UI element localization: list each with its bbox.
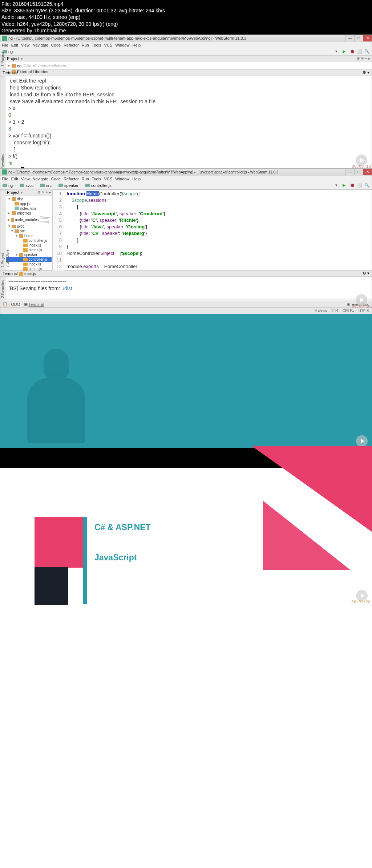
menu-refactor[interactable]: Refactor bbox=[64, 43, 79, 47]
project-panel: Project ▾ ⊕ ☀ ⌖ ▸ ▼distapp.jsindex.html▶… bbox=[5, 189, 53, 270]
menu-edit[interactable]: Edit bbox=[11, 43, 18, 47]
crumb[interactable]: svcc bbox=[25, 183, 33, 188]
tree-item[interactable]: ▼speaker bbox=[6, 252, 52, 257]
run-icon[interactable]: ▶ bbox=[343, 183, 348, 188]
close-button[interactable]: ✕ bbox=[363, 169, 372, 175]
status-crlf: CRLF‡ bbox=[343, 309, 354, 313]
structure-tab[interactable]: 7:Structure bbox=[5, 189, 10, 270]
stop-icon[interactable]: ⬜ bbox=[357, 49, 362, 54]
folder-icon bbox=[85, 184, 90, 187]
tree-item[interactable]: index.html bbox=[6, 206, 52, 211]
tree-item[interactable]: ▶node_modules (library home) bbox=[6, 216, 52, 224]
hide-icon[interactable]: ▸ bbox=[368, 56, 370, 61]
dropdown-icon[interactable]: ▾ bbox=[335, 183, 340, 188]
menu-file[interactable]: File bbox=[2, 43, 8, 47]
menu-refactor[interactable]: Refactor bbox=[64, 177, 79, 181]
folder-icon bbox=[40, 184, 45, 187]
debug-icon[interactable]: 🐞 bbox=[350, 49, 355, 54]
minimize-button[interactable]: — bbox=[345, 169, 354, 175]
editor-area: dist\index.html ×speaker\controller.js ×… bbox=[53, 189, 372, 270]
minimize-button[interactable]: — bbox=[345, 35, 354, 41]
titlebar: ng - [C:\temp\_c\demos-m6\demos-m7\demos… bbox=[0, 169, 372, 176]
tree-item[interactable]: ▼dist bbox=[6, 197, 52, 201]
crumb[interactable]: ng bbox=[8, 183, 13, 188]
crumb[interactable]: src bbox=[46, 183, 52, 188]
menu-file[interactable]: File bbox=[2, 177, 8, 181]
terminal-tab[interactable]: ▣ Terminal bbox=[24, 302, 44, 307]
tree-item[interactable]: states.js bbox=[6, 267, 52, 271]
menu-view[interactable]: View bbox=[21, 43, 30, 47]
tree-item[interactable]: ▼src bbox=[6, 229, 52, 233]
tree-item[interactable]: app.js bbox=[6, 201, 52, 206]
status-enc: UTF-8 bbox=[359, 309, 369, 313]
tree-item[interactable]: ▼home bbox=[6, 233, 52, 238]
tree-item[interactable]: ▶miscfiles bbox=[6, 211, 52, 216]
code-editor[interactable]: 123456789101112 function HomeController(… bbox=[53, 190, 372, 271]
search-icon[interactable]: 🔍 bbox=[364, 49, 369, 54]
menu-help[interactable]: Help bbox=[132, 177, 141, 181]
menu-tools[interactable]: Tools bbox=[92, 43, 101, 47]
dropdown-icon[interactable]: ▾ bbox=[335, 49, 340, 54]
gear-icon[interactable]: ⚙ bbox=[363, 271, 366, 275]
code-lines[interactable]: function HomeController($scope) { $scope… bbox=[64, 190, 372, 271]
block-pink bbox=[35, 517, 84, 568]
maximize-button[interactable]: □ bbox=[354, 35, 363, 41]
menu-window[interactable]: Window bbox=[115, 177, 129, 181]
breadcrumb: ng bbox=[8, 49, 13, 54]
menu-edit[interactable]: Edit bbox=[11, 177, 18, 181]
project-tab[interactable]: 1:Project bbox=[0, 56, 5, 69]
play-button-overlay[interactable] bbox=[356, 435, 368, 447]
menu-run[interactable]: Run bbox=[82, 177, 89, 181]
menu-vcs[interactable]: VCS bbox=[104, 177, 113, 181]
gear-icon[interactable]: ⚙ bbox=[363, 70, 366, 75]
tree-item[interactable]: ▶External Libraries bbox=[6, 69, 371, 75]
todo-tab[interactable]: 📋 TODO bbox=[3, 302, 20, 307]
close-button[interactable]: ✕ bbox=[363, 35, 372, 41]
stop-icon[interactable]: ⬜ bbox=[357, 183, 362, 188]
search-icon[interactable]: 🔍 bbox=[364, 183, 369, 188]
folder-icon bbox=[58, 184, 63, 187]
tree-item[interactable]: controller.js bbox=[6, 238, 52, 243]
debug-icon[interactable]: 🐞 bbox=[350, 183, 355, 188]
minimize-panel-icon[interactable]: ▾ bbox=[367, 70, 369, 75]
app-icon bbox=[2, 36, 7, 41]
collapse-icon[interactable]: ⊕ bbox=[357, 56, 360, 61]
menu-vcs[interactable]: VCS bbox=[104, 43, 113, 47]
tree-item[interactable]: ▼svcc bbox=[6, 224, 52, 229]
favorites-tab[interactable]: 2:Favorites bbox=[0, 76, 5, 175]
tree-item[interactable]: states.js bbox=[6, 248, 52, 252]
crumb[interactable]: controller.js bbox=[91, 183, 112, 188]
run-icon[interactable]: ▶ bbox=[343, 49, 348, 54]
project-tab[interactable]: 1:Project bbox=[0, 189, 5, 270]
tree-item[interactable]: controller.js bbox=[6, 257, 52, 262]
tree-item[interactable]: index.js bbox=[6, 243, 52, 248]
terminal-body[interactable]: .exit Exit the repl.help Show repl optio… bbox=[5, 76, 372, 175]
target-icon[interactable]: ⌖ bbox=[46, 190, 48, 195]
window-title: ng - [C:\temp\_c\demos-m6\demos-m7\demos… bbox=[8, 170, 278, 174]
menu-window[interactable]: Window bbox=[115, 43, 129, 47]
favorites-tab[interactable]: 2:Favorites bbox=[0, 277, 5, 301]
menu-code[interactable]: Code bbox=[51, 43, 61, 47]
menu-navigate[interactable]: Navigate bbox=[32, 177, 48, 181]
maximize-button[interactable]: □ bbox=[354, 169, 363, 175]
bottom-tabs: 📋 TODO ▣ Terminal ▣ Event Log bbox=[0, 301, 372, 307]
minimize-panel-icon[interactable]: ▾ bbox=[367, 271, 369, 275]
crumb[interactable]: speaker bbox=[64, 183, 78, 188]
menu-code[interactable]: Code bbox=[51, 177, 61, 181]
timestamp: 00:01:28 bbox=[351, 600, 371, 604]
menu-navigate[interactable]: Navigate bbox=[32, 43, 48, 47]
video-metadata: File: 20160415191025.mp4 Size: 3385359 b… bbox=[0, 0, 372, 35]
tree-item[interactable]: ▶ng (C:\temp\_c\demos-m6\demos...) bbox=[6, 63, 371, 69]
menu-run[interactable]: Run bbox=[82, 43, 89, 47]
settings-icon[interactable]: ☀ bbox=[41, 190, 45, 195]
tree-item[interactable]: index.js bbox=[6, 262, 52, 267]
menu-help[interactable]: Help bbox=[132, 43, 141, 47]
target-icon[interactable]: ⌖ bbox=[365, 56, 367, 61]
block-teal bbox=[83, 517, 87, 604]
hide-icon[interactable]: ▸ bbox=[49, 190, 51, 195]
menu-tools[interactable]: Tools bbox=[92, 177, 101, 181]
collapse-icon[interactable]: ⊕ bbox=[37, 190, 40, 195]
menu-view[interactable]: View bbox=[21, 177, 30, 181]
settings-icon[interactable]: ☀ bbox=[361, 56, 364, 61]
terminal-body[interactable]: ----------------------------------[BS] S… bbox=[5, 277, 372, 299]
